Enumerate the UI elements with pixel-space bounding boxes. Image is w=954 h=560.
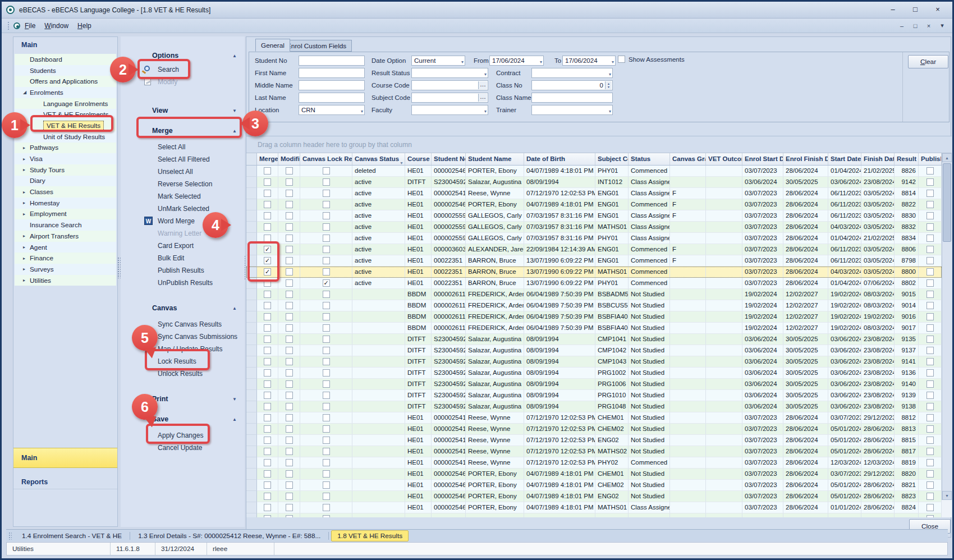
canvas-lock-result-checkbox[interactable] (323, 448, 330, 455)
location-select[interactable]: CRN▾ (299, 105, 365, 115)
tree-collapsed-icon[interactable]: ▸ (23, 267, 30, 272)
sidebar-item-language-enrolments[interactable]: Language Enrolments (15, 98, 116, 109)
menu-item-help[interactable]: Help (73, 20, 96, 31)
table-row[interactable]: HE010000025412Reese, Wynne07/12/1970 12:… (246, 457, 942, 469)
dropdown-icon[interactable]: ▾ (540, 58, 542, 66)
dropdown-icon[interactable]: ▾ (361, 107, 363, 115)
merge-checkbox[interactable] (264, 201, 271, 208)
column-header-status[interactable]: Status (629, 153, 670, 165)
modified-checkbox[interactable] (286, 504, 293, 511)
publish-checkbox[interactable] (927, 481, 934, 489)
table-row[interactable]: HE010000025412Reese, Wynne07/12/1970 12:… (246, 424, 942, 435)
table-row[interactable]: DITFTS230045920Salazar, Augustina08/09/1… (246, 379, 942, 390)
publish-checkbox[interactable] (927, 235, 934, 242)
canvas-lock-result-checkbox[interactable] (323, 302, 330, 309)
class-name-input[interactable] (531, 93, 613, 103)
publish-checkbox[interactable] (927, 403, 934, 410)
publish-checkbox[interactable] (927, 392, 934, 399)
modified-checkbox[interactable] (286, 291, 293, 298)
merge-checkbox[interactable] (264, 212, 271, 219)
merge-checkbox[interactable] (264, 504, 271, 511)
publish-checkbox[interactable] (927, 380, 934, 388)
table-row[interactable]: HE010000025469PORTER, Ebony04/07/1989 4:… (246, 491, 942, 502)
scrollbar-thumb[interactable] (943, 163, 951, 242)
publish-checkbox[interactable] (927, 336, 934, 343)
column-header-modified[interactable]: Modified (278, 153, 300, 165)
column-header-finish-date[interactable]: Finish Date (861, 153, 895, 165)
modified-checkbox[interactable] (286, 347, 293, 354)
column-header-vet-outcome[interactable]: VET Outcome (706, 153, 742, 165)
dropdown-icon[interactable]: ▾ (612, 58, 614, 66)
canvas-lock-result-checkbox[interactable] (323, 358, 330, 365)
menu-item-window[interactable]: Window (40, 20, 73, 31)
action-reverse-selection[interactable]: Reverse Selection (121, 178, 245, 190)
action-card-export[interactable]: Card Export (121, 240, 245, 252)
mdi-tab-enrolment-search[interactable]: 1.4 Enrolment Search - VET & HE (16, 530, 127, 541)
modified-checkbox[interactable] (286, 392, 293, 399)
canvas-lock-result-checkbox[interactable] (323, 257, 330, 264)
column-header-canvas-grade[interactable]: Canvas Grade (670, 153, 706, 165)
minimize-button[interactable]: – (883, 4, 903, 16)
tree-collapsed-icon[interactable]: ▸ (23, 278, 30, 283)
modified-checkbox[interactable] (286, 414, 293, 421)
canvas-lock-result-checkbox[interactable] (323, 369, 330, 377)
merge-checkbox[interactable] (264, 493, 271, 500)
table-row[interactable]: BBDM0000026111FREDERICK, Arden06/04/1989… (246, 300, 942, 311)
column-header-canvas-status[interactable]: Canvas Status▼ (352, 153, 405, 165)
table-row[interactable]: HE010000025412Reese, Wynne07/12/1970 12:… (246, 412, 942, 424)
student-no-input[interactable] (299, 56, 365, 66)
canvas-lock-result-checkbox[interactable] (323, 414, 330, 421)
canvas-lock-result-checkbox[interactable] (323, 515, 330, 517)
modified-checkbox[interactable] (286, 459, 293, 466)
sidebar-item-homestay[interactable]: ▸Homestay (15, 198, 116, 209)
modified-checkbox[interactable] (286, 380, 293, 388)
canvas-lock-result-checkbox[interactable] (323, 481, 330, 489)
modified-checkbox[interactable] (286, 481, 293, 489)
sidebar-item-enrolments[interactable]: ◢Enrolments (15, 87, 116, 98)
merge-checkbox[interactable] (264, 336, 271, 343)
dropdown-icon[interactable]: ▾ (484, 107, 487, 115)
dropdown-icon[interactable]: ▾ (461, 58, 464, 66)
table-row[interactable]: DITFTS230045920Salazar, Augustina08/09/1… (246, 368, 942, 379)
tab-general[interactable]: General (255, 39, 290, 52)
canvas-lock-result-checkbox[interactable] (323, 336, 330, 343)
publish-checkbox[interactable] (927, 302, 934, 309)
class-no-stepper[interactable]: 0 ▴▾ (531, 80, 613, 90)
column-header-publish[interactable]: Publish (919, 153, 942, 165)
merge-checkbox[interactable] (264, 347, 271, 354)
canvas-lock-result-checkbox[interactable]: ✓ (323, 279, 330, 287)
sidebar-item-visa[interactable]: ▸Visa (15, 153, 116, 164)
modified-checkbox[interactable] (286, 448, 293, 455)
tree-collapsed-icon[interactable]: ▸ (23, 245, 30, 250)
sidebar-item-employment[interactable]: ▸Employment (15, 209, 116, 220)
publish-checkbox[interactable] (927, 347, 934, 354)
canvas-lock-result-checkbox[interactable] (323, 347, 330, 354)
filter-icon[interactable]: ▼ (400, 157, 403, 165)
canvas-lock-result-checkbox[interactable] (323, 201, 330, 208)
modified-checkbox[interactable] (286, 403, 293, 410)
modified-checkbox[interactable] (286, 235, 293, 242)
publish-checkbox[interactable] (927, 279, 934, 287)
modified-checkbox[interactable] (286, 358, 293, 365)
tab-enrol-custom-fields[interactable]: Enrol Custom Fields (281, 40, 352, 52)
mdi-grip[interactable] (8, 532, 12, 540)
to-date-select[interactable]: 17/06/2024▾ (562, 56, 616, 66)
subject-code-input[interactable]: … (411, 93, 488, 103)
publish-checkbox[interactable] (927, 369, 934, 377)
modified-checkbox[interactable] (286, 515, 293, 517)
action-unmark-selected[interactable]: UnMark Selected (121, 203, 245, 215)
tree-collapsed-icon[interactable]: ▸ (23, 212, 30, 217)
action-select-all-filtered[interactable]: Select All Filtered (121, 153, 245, 166)
course-code-input[interactable]: … (411, 80, 488, 90)
sidebar-item-unit-of-study-results[interactable]: Unit of Study Results (15, 131, 116, 143)
canvas-lock-result-checkbox[interactable] (323, 268, 330, 276)
column-header-canvas-lock-result[interactable]: Canvas Lock Result (300, 153, 352, 165)
sidebar-section-main[interactable]: Main (13, 448, 117, 468)
publish-checkbox[interactable] (927, 324, 934, 332)
scroll-down-icon[interactable]: ▼ (942, 491, 952, 500)
merge-checkbox[interactable] (264, 414, 271, 421)
column-header-student-no[interactable]: Student No (432, 153, 466, 165)
table-row[interactable]: DITFTS230045920Salazar, Augustina08/09/1… (246, 401, 942, 412)
table-row[interactable]: HE010000025469PORTER, Ebony04/07/1989 4:… (246, 502, 942, 513)
publish-checkbox[interactable] (927, 425, 934, 433)
